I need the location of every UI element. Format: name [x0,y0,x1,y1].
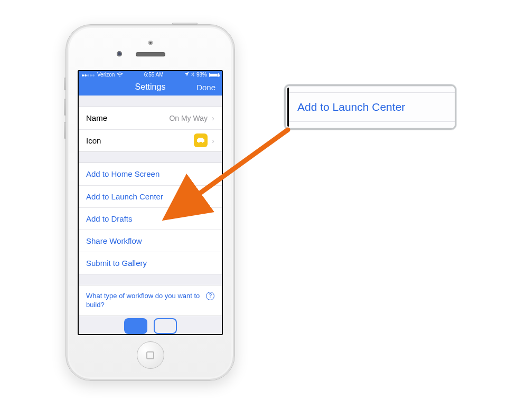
chevron-right-icon: › [212,113,214,122]
page-title: Settings [135,82,166,92]
workflow-type-chips [79,316,222,334]
add-to-drafts[interactable]: Add to Drafts [79,207,222,230]
action-label: Add to Drafts [86,214,133,223]
carrier-label: Verizon [97,72,115,78]
home-button[interactable] [137,341,164,369]
power-button [172,23,198,25]
status-bar: Verizon 6:55 AM 98% [79,71,222,79]
bluetooth-icon [191,72,194,78]
done-button[interactable]: Done [196,79,215,96]
name-row[interactable]: Name On My Way › [79,107,222,129]
action-label: Add to Home Screen [86,169,159,178]
help-group: What type of workflow do you want to bui… [79,285,222,316]
volume-down [64,122,66,139]
clock: 6:55 AM [144,72,164,78]
battery-icon [209,73,219,77]
nav-bar: Settings Done [79,79,222,96]
action-label: Share Workflow [86,236,142,245]
help-text: What type of workflow do you want to bui… [86,291,203,310]
callout-row[interactable]: Add to Launch Center [289,92,455,122]
home-square-icon [146,351,154,359]
signal-dots-icon [82,72,95,78]
iphone-device: Verizon 6:55 AM 98% Setting [65,24,235,381]
location-icon [184,72,189,78]
proximity-sensor [148,41,153,45]
volume-up [64,99,66,116]
submit-to-gallery[interactable]: Submit to Gallery [79,252,222,274]
help-row[interactable]: What type of workflow do you want to bui… [79,285,222,316]
form-group: Name On My Way › Icon › [79,107,222,152]
icon-row[interactable]: Icon › [79,129,222,151]
action-label: Add to Launch Center [86,192,163,201]
type-chip[interactable] [154,318,177,334]
screen: Verizon 6:55 AM 98% Setting [78,70,223,335]
callout-panel: Add to Launch Center [284,84,456,130]
status-bar-left: Verizon [82,72,123,78]
name-value: On My Way › [169,113,214,122]
section-gap [79,274,222,285]
add-to-home-screen[interactable]: Add to Home Screen [79,163,222,185]
share-workflow[interactable]: Share Workflow [79,230,222,252]
battery-pct: 98% [196,72,207,78]
earpiece [136,52,165,56]
name-label: Name [86,113,107,122]
callout-text: Add to Launch Center [297,101,405,113]
mute-switch [64,78,66,90]
status-bar-right: 98% [184,72,219,78]
icon-label: Icon [86,136,101,145]
car-icon [194,133,208,147]
front-camera [117,51,122,56]
section-gap [79,152,222,163]
section-gap [79,96,222,106]
action-label: Submit to Gallery [86,259,147,268]
chevron-right-icon: › [212,136,214,145]
help-icon: ? [206,292,214,300]
actions-group: Add to Home Screen Add to Launch Center … [79,163,222,274]
wifi-icon [117,72,123,77]
add-to-launch-center[interactable]: Add to Launch Center [79,185,222,207]
type-chip-selected[interactable] [124,318,147,334]
icon-row-value: › [194,133,214,147]
